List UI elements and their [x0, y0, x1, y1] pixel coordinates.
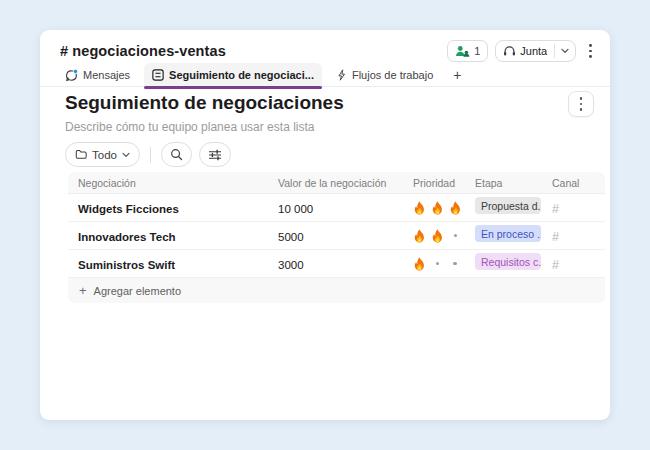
tab-workflows[interactable]: Flujos de trabajo: [328, 63, 441, 87]
sliders-icon: [208, 149, 222, 161]
table-body: Widgets Ficciones 10 000 Propuesta d... …: [68, 194, 605, 278]
add-tab-button[interactable]: +: [447, 67, 467, 83]
view-filter-button[interactable]: Todo: [65, 142, 140, 167]
channel-name: # negociaciones-ventas: [60, 43, 226, 59]
stage-badge[interactable]: Requisitos c...: [475, 253, 541, 270]
header-more-button[interactable]: [583, 40, 598, 61]
priority-rating[interactable]: [413, 229, 465, 243]
channel-hash-icon[interactable]: #: [552, 258, 559, 272]
toolbar-divider: [150, 147, 151, 163]
deal-name[interactable]: Suministros Swift: [78, 259, 175, 271]
huddle-button[interactable]: Junta: [495, 40, 576, 62]
kebab-icon: [580, 97, 583, 110]
tab-deal-tracking[interactable]: Seguimiento de negociaci...: [144, 63, 322, 87]
header-controls: 1 Junta: [447, 40, 598, 62]
priority-rating[interactable]: [413, 257, 465, 271]
add-item-label: Agregar elemento: [94, 285, 181, 297]
fire-icon: [413, 229, 426, 243]
headphones-icon: [503, 45, 516, 57]
column-header-stage[interactable]: Etapa: [465, 177, 542, 189]
stage-badge[interactable]: En proceso ...: [475, 225, 541, 242]
channel-header: # negociaciones-ventas 1: [60, 38, 598, 64]
tab-label: Mensajes: [83, 69, 130, 81]
list-more-button[interactable]: [568, 91, 594, 117]
table-header-row: Negociación Valor de la negociación Prio…: [68, 172, 605, 194]
fire-icon: [431, 201, 444, 215]
search-button[interactable]: [161, 142, 192, 167]
priority-empty-dot-icon: [453, 262, 457, 266]
tab-bar: Mensajes Seguimiento de negociaci...: [57, 63, 467, 87]
add-item-button[interactable]: + Agregar elemento: [68, 278, 605, 303]
tab-label: Flujos de trabajo: [352, 69, 433, 81]
chevron-down-icon: [122, 152, 130, 158]
deal-name[interactable]: Widgets Ficciones: [78, 203, 179, 215]
list-toolbar: Todo: [65, 142, 231, 167]
channel-hash-icon[interactable]: #: [552, 202, 559, 216]
list-description-placeholder[interactable]: Describe cómo tu equipo planea usar esta…: [65, 120, 314, 134]
page-title: Seguimiento de negociaciones: [65, 92, 344, 114]
huddle-caret-button[interactable]: [555, 48, 575, 54]
slack-window: # negociaciones-ventas 1: [40, 30, 610, 420]
plus-icon: +: [79, 284, 87, 297]
tab-label: Seguimiento de negociaci...: [169, 69, 314, 81]
column-header-deal[interactable]: Negociación: [68, 177, 268, 189]
priority-empty-dot-icon: [436, 262, 440, 266]
fire-icon: [449, 201, 462, 215]
fire-icon: [431, 229, 444, 243]
fire-icon: [413, 201, 426, 215]
stage-badge[interactable]: Propuesta d...: [475, 197, 541, 214]
column-header-priority[interactable]: Prioridad: [403, 177, 465, 189]
deal-value[interactable]: 10 000: [278, 203, 313, 215]
search-icon: [170, 148, 183, 161]
tab-messages[interactable]: Mensajes: [57, 63, 138, 87]
members-icon: [455, 45, 470, 57]
channel-hash-icon[interactable]: #: [552, 230, 559, 244]
priority-empty-dot-icon: [454, 234, 458, 238]
deal-value[interactable]: 3000: [278, 259, 304, 271]
folder-icon: [75, 149, 87, 160]
priority-rating[interactable]: [413, 201, 465, 215]
column-header-value[interactable]: Valor de la negociación: [268, 177, 403, 189]
deals-table: Negociación Valor de la negociación Prio…: [68, 172, 605, 303]
filter-sliders-button[interactable]: [199, 142, 231, 167]
table-row[interactable]: Widgets Ficciones 10 000 Propuesta d... …: [68, 194, 605, 222]
fire-icon: [413, 257, 426, 271]
view-filter-label: Todo: [92, 149, 117, 161]
page-background: # negociaciones-ventas 1: [0, 0, 650, 450]
deal-value[interactable]: 5000: [278, 231, 304, 243]
member-count: 1: [474, 45, 480, 57]
huddle-label: Junta: [520, 45, 547, 57]
chevron-down-icon: [561, 48, 569, 54]
table-row[interactable]: Innovadores Tech 5000 En proceso ... #: [68, 222, 605, 250]
workflow-bolt-icon: [336, 69, 347, 81]
list-icon: [152, 69, 164, 81]
chat-bubble-icon: [65, 69, 78, 82]
column-header-channel[interactable]: Canal: [542, 177, 605, 189]
deal-name[interactable]: Innovadores Tech: [78, 231, 176, 243]
table-row[interactable]: Suministros Swift 3000 Requisitos c... #: [68, 250, 605, 278]
members-button[interactable]: 1: [447, 40, 488, 62]
